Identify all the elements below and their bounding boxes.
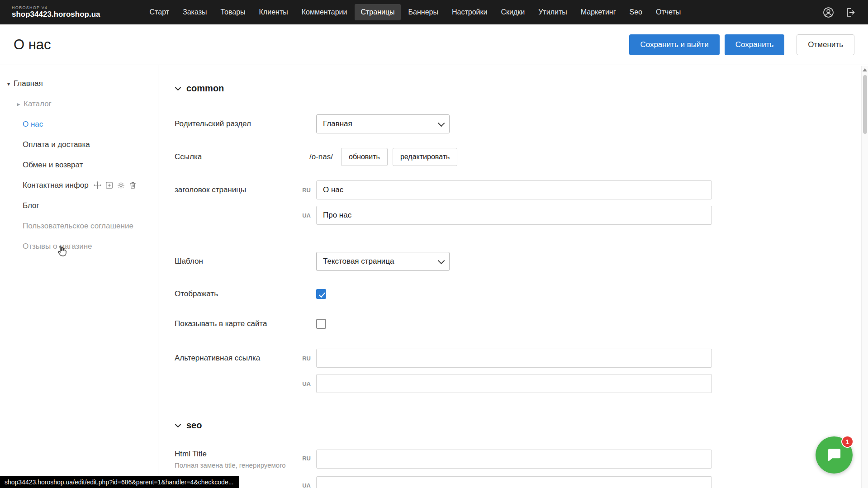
link-edit-button[interactable]: редактировать [393, 148, 457, 166]
menu-item-utilities[interactable]: Утилиты [532, 4, 573, 20]
chat-bubble-icon [825, 446, 843, 464]
sidebar-item-polzovatelskoe-soglashenie[interactable]: Пользовательское соглашение [0, 216, 158, 236]
delete-trash-icon[interactable] [128, 181, 137, 190]
sidebar-item-label: Оплата и доставка [23, 140, 90, 149]
sidebar-item-label: О нас [23, 120, 43, 129]
html-title-ua-input[interactable] [316, 476, 712, 488]
select-chevron-icon [438, 119, 445, 127]
alt-link-ru-input[interactable] [316, 349, 712, 368]
parent-section-value: Главная [323, 119, 352, 128]
sidebar-item-label: Блог [23, 201, 39, 210]
sidebar-item-blog[interactable]: Блог [0, 195, 158, 216]
parent-section-select[interactable]: Главная [316, 114, 450, 133]
page-heading-ua-input[interactable] [316, 206, 712, 225]
template-select[interactable]: Текстовая страница [316, 252, 450, 271]
html-title-ru-input[interactable] [316, 450, 712, 469]
topbar: HOROSHOP V4 shop34423.horoshop.ua Старт … [0, 0, 868, 24]
sidebar-item-label: Каталог [24, 99, 52, 109]
menu-item-seo[interactable]: Seo [624, 4, 648, 20]
link-refresh-button[interactable]: обновить [341, 148, 388, 166]
cancel-button[interactable]: Отменить [797, 34, 854, 55]
menu-item-orders[interactable]: Заказы [177, 4, 213, 20]
menu-item-discounts[interactable]: Скидки [495, 4, 531, 20]
chevron-right-icon[interactable]: ▸ [14, 100, 24, 108]
move-icon[interactable] [93, 181, 102, 190]
lang-ua-badge: UA [297, 380, 316, 387]
html-title-label: Html Title [175, 450, 297, 459]
sidebar-item-label: Отзывы о магазине [23, 242, 92, 251]
lang-ua-badge: UA [297, 482, 316, 488]
link-label: Ссылка [175, 152, 297, 161]
save-and-exit-button[interactable]: Сохранить и выйти [629, 34, 719, 55]
settings-gear-icon[interactable] [117, 181, 125, 190]
link-path: /o-nas/ [309, 152, 333, 161]
section-title: common [186, 83, 224, 94]
pages-tree-sidebar: ▾ Главная ▸ Каталог О нас Оплата и доста… [0, 65, 158, 488]
sidebar-item-otzyvy-o-magazine[interactable]: Отзывы о магазине [0, 236, 158, 256]
brand[interactable]: HOROSHOP V4 shop34423.horoshop.ua [12, 6, 100, 19]
chevron-down-icon[interactable]: ▾ [4, 80, 14, 87]
logout-icon[interactable] [844, 6, 856, 19]
scrollbar-thumb[interactable] [863, 75, 867, 134]
save-button[interactable]: Сохранить [725, 34, 784, 55]
display-checkbox[interactable] [316, 289, 326, 299]
select-chevron-icon [438, 257, 445, 264]
chat-widget-button[interactable]: 1 [816, 436, 853, 474]
sitemap-label: Показывать в карте сайта [175, 319, 316, 328]
sidebar-item-glavnaya[interactable]: ▾ Главная [0, 73, 158, 94]
section-title: seo [186, 420, 202, 431]
alt-link-label: Альтернативная ссылка [175, 354, 297, 363]
sidebar-item-kontaktnaya-informatsiya[interactable]: Контактная инфор [0, 175, 158, 195]
menu-item-products[interactable]: Товары [215, 4, 251, 20]
sidebar-item-katalog[interactable]: ▸ Каталог [0, 94, 158, 114]
menu-item-clients[interactable]: Клиенты [253, 4, 294, 20]
alt-link-ua-input[interactable] [316, 374, 712, 393]
chat-unread-badge: 1 [841, 436, 854, 448]
lang-ru-badge: RU [297, 355, 316, 362]
template-value: Текстовая страница [323, 257, 394, 266]
menu-item-comments[interactable]: Комментарии [296, 4, 353, 20]
page-header: О нас Сохранить и выйти Сохранить Отмени… [0, 24, 868, 65]
menu-item-settings[interactable]: Настройки [446, 4, 493, 20]
html-title-label-block: Html Title Полная замена title, генериру… [175, 450, 297, 470]
page-heading-label: заголовок страницы [175, 185, 297, 194]
menu-item-start[interactable]: Старт [144, 4, 175, 20]
statusbar-url: shop34423.horoshop.ua/edit/edit.php?id=6… [5, 479, 233, 486]
sidebar-item-label: Обмен и возврат [23, 161, 83, 170]
scroll-up-arrow-icon[interactable] [863, 68, 867, 71]
add-subpage-icon[interactable] [105, 181, 114, 190]
sidebar-item-label: Главная [14, 79, 43, 88]
menu-item-pages[interactable]: Страницы [355, 4, 400, 20]
template-label: Шаблон [175, 257, 316, 266]
display-label: Отображать [175, 289, 316, 298]
parent-section-label: Родительский раздел [175, 119, 316, 128]
menu-item-reports[interactable]: Отчеты [650, 4, 687, 20]
sitemap-checkbox[interactable] [316, 319, 326, 329]
html-title-hint: Полная замена title, генерируемого [175, 461, 297, 470]
sidebar-item-oplata-i-dostavka[interactable]: Оплата и доставка [0, 134, 158, 155]
lang-ru-badge: RU [297, 187, 316, 194]
section-seo[interactable]: seo [175, 420, 841, 431]
menu-item-marketing[interactable]: Маркетинг [575, 4, 622, 20]
main-menu: Старт Заказы Товары Клиенты Комментарии … [144, 4, 687, 20]
collapse-chevron-icon [175, 423, 181, 428]
brand-domain: shop34423.horoshop.ua [12, 10, 100, 19]
section-common[interactable]: common [175, 83, 841, 94]
page-title: О нас [14, 37, 51, 53]
lang-ua-badge: UA [297, 212, 316, 219]
page-heading-ru-input[interactable] [316, 180, 712, 199]
sidebar-item-o-nas[interactable]: О нас [0, 114, 158, 134]
page-edit-form: common Родительский раздел Главная Ссылк… [158, 65, 868, 488]
lang-ru-badge: RU [297, 450, 316, 462]
link-preview-statusbar: shop34423.horoshop.ua/edit/edit.php?id=6… [0, 476, 239, 488]
menu-item-banners[interactable]: Баннеры [403, 4, 444, 20]
user-account-icon[interactable] [822, 6, 835, 19]
sidebar-item-obmen-i-vozvrat[interactable]: Обмен и возврат [0, 155, 158, 175]
sidebar-item-label: Пользовательское соглашение [23, 222, 133, 231]
sidebar-item-label: Контактная инфор [23, 181, 89, 190]
collapse-chevron-icon [175, 86, 181, 91]
vertical-scrollbar[interactable] [861, 66, 868, 488]
